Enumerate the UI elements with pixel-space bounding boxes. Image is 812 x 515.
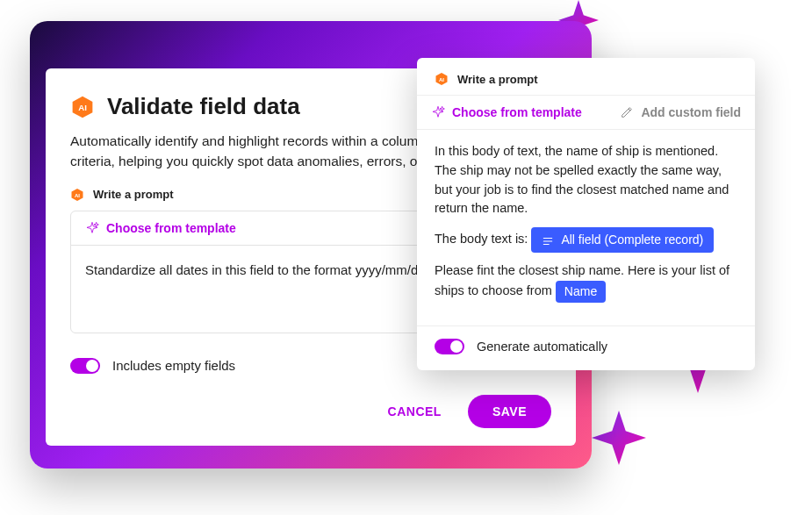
prompt-section-label: Write a prompt [457, 73, 538, 86]
prompt-section-label: Write a prompt [93, 188, 174, 201]
field-chip-all[interactable]: All field (Complete record) [531, 227, 714, 253]
svg-text:AI: AI [78, 102, 87, 111]
dialog-title: Validate field data [107, 93, 300, 120]
chip-label: All field (Complete record) [561, 231, 703, 249]
ai-hex-icon: AI [435, 72, 449, 86]
sparkle-decoration [592, 411, 646, 465]
ai-hex-icon: AI [70, 188, 84, 202]
cancel-button[interactable]: CANCEL [383, 396, 447, 427]
toggle-label: Includes empty fields [112, 358, 235, 373]
chip-label: Name [564, 283, 597, 301]
generate-auto-toggle[interactable] [435, 339, 464, 354]
sparkle-icon [431, 105, 445, 119]
field-chip-name[interactable]: Name [556, 281, 606, 303]
ai-hex-icon: AI [70, 95, 95, 119]
tab-label: Choose from template [452, 105, 582, 119]
list-icon [542, 234, 554, 247]
save-button[interactable]: SAVE [468, 395, 551, 428]
svg-text:AI: AI [439, 77, 444, 82]
tab-choose-template[interactable]: Choose from template [417, 96, 596, 129]
sparkle-icon [85, 221, 99, 235]
svg-text:AI: AI [75, 192, 80, 197]
prompt-paragraph: In this body of text, the name of ship i… [435, 142, 737, 218]
tab-add-custom-field[interactable]: Add custom field [606, 96, 755, 129]
prompt-body[interactable]: In this body of text, the name of ship i… [417, 130, 755, 326]
prompt-text: The body text is: [435, 232, 528, 246]
toggle-label: Generate automatically [477, 340, 607, 354]
includes-empty-toggle[interactable] [70, 358, 100, 374]
edit-icon [620, 105, 634, 119]
tab-choose-template[interactable]: Choose from template [71, 211, 250, 245]
tab-label: Choose from template [106, 221, 236, 235]
prompt-editor-popup: AI Write a prompt Choose from template A… [417, 58, 755, 370]
tab-label: Add custom field [641, 105, 741, 119]
